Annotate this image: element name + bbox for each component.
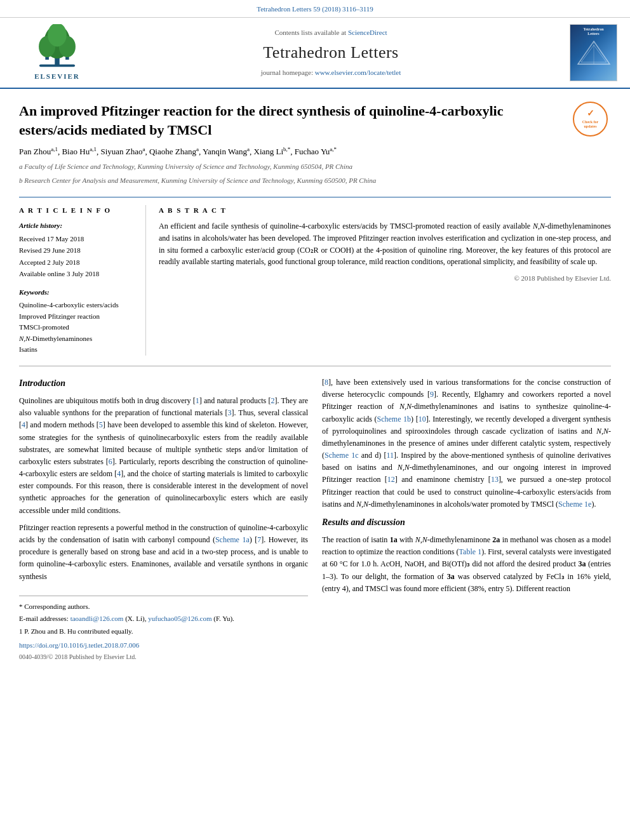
keyword-1: Quinoline-4-carboxylic esters/acids bbox=[19, 300, 136, 310]
scheme-1e-link[interactable]: Scheme 1e bbox=[558, 500, 591, 509]
ref-11-link[interactable]: 11 bbox=[386, 451, 394, 460]
affiliation-a: a Faculty of Life Science and Technology… bbox=[19, 162, 563, 171]
journal-citation: Tetrahedron Letters 59 (2018) 3116–3119 bbox=[257, 5, 373, 13]
ref-4b-link[interactable]: 4 bbox=[117, 469, 121, 478]
received-date: Received 17 May 2018 bbox=[19, 234, 136, 244]
introduction-heading: Introduction bbox=[19, 377, 308, 390]
journal-citation-bar: Tetrahedron Letters 59 (2018) 3116–3119 bbox=[0, 0, 630, 18]
article-area: An improved Pfitzinger reaction for the … bbox=[0, 89, 630, 674]
keywords-section: Keywords: Quinoline-4-carboxylic esters/… bbox=[19, 287, 136, 355]
journal-homepage: journal homepage: www.elsevier.com/locat… bbox=[102, 67, 560, 78]
article-info-heading: A R T I C L E I N F O bbox=[19, 205, 136, 216]
check-for-updates: ✓ Check for updates bbox=[573, 102, 611, 137]
intro-paragraph-1: Quinolines are ubiquitous motifs both in… bbox=[19, 395, 308, 517]
article-authors: Pan Zhoua,1, Biao Hua,1, Siyuan Zhaoa, Q… bbox=[19, 145, 563, 158]
left-body-col: Introduction Quinolines are ubiquitous m… bbox=[19, 377, 308, 662]
abstract-heading: A B S T R A C T bbox=[159, 205, 611, 216]
right-body-col: [8], have been extensively used in vario… bbox=[322, 377, 611, 662]
scheme-1a-link[interactable]: Scheme 1a bbox=[215, 535, 250, 544]
section-divider bbox=[19, 366, 611, 366]
scheme-1b-link[interactable]: Scheme 1b bbox=[377, 415, 411, 423]
ref-13-link[interactable]: 13 bbox=[491, 475, 499, 484]
ref-8-link[interactable]: 8 bbox=[325, 378, 328, 387]
available-date: Available online 3 July 2018 bbox=[19, 269, 136, 279]
scheme-1c-link[interactable]: Scheme 1c bbox=[325, 451, 359, 460]
cover-title: TetrahedronLetters bbox=[583, 27, 603, 36]
ref-6-link[interactable]: 6 bbox=[109, 457, 112, 466]
corresponding-label: * Corresponding authors. bbox=[19, 601, 308, 612]
footnote-area: * Corresponding authors. E-mail addresse… bbox=[19, 596, 308, 662]
keyword-3: TMSCl-promoted bbox=[19, 322, 136, 333]
journal-header: ELSEVIER Contents lists available at Sci… bbox=[0, 18, 630, 90]
doi-anchor[interactable]: https://doi.org/10.1016/j.tetlet.2018.07… bbox=[19, 641, 139, 649]
table-1-link[interactable]: Table 1 bbox=[459, 547, 482, 556]
keyword-5: Isatins bbox=[19, 344, 136, 355]
page-wrapper: Tetrahedron Letters 59 (2018) 3116–3119 … bbox=[0, 0, 630, 674]
ref-3-link[interactable]: 3 bbox=[228, 408, 232, 417]
elsevier-logo: ELSEVIER bbox=[13, 24, 102, 82]
results-paragraph-1: The reaction of isatin 1a with N,N-dimet… bbox=[322, 534, 611, 595]
keyword-4: N,N-Dimethylenaminones bbox=[19, 333, 136, 344]
article-info-col: A R T I C L E I N F O Article history: R… bbox=[19, 205, 146, 356]
ref-1-link[interactable]: 1 bbox=[196, 396, 199, 405]
journal-title: Tetrahedron Letters bbox=[102, 40, 560, 65]
intro-paragraph-2: Pfitzinger reaction represents a powerfu… bbox=[19, 522, 308, 583]
journal-cover: TetrahedronLetters bbox=[560, 24, 617, 81]
doi-link[interactable]: https://doi.org/10.1016/j.tetlet.2018.07… bbox=[19, 640, 308, 651]
ref-4-link[interactable]: 4 bbox=[22, 420, 25, 429]
body-two-col: Introduction Quinolines are ubiquitous m… bbox=[19, 377, 611, 662]
check-icon: ✓ bbox=[587, 109, 594, 119]
ref-5-link[interactable]: 5 bbox=[99, 420, 103, 429]
article-title: An improved Pfitzinger reaction for the … bbox=[19, 102, 563, 139]
ref-10-link[interactable]: 10 bbox=[419, 415, 426, 423]
footnote-1: 1 P. Zhou and B. Hu contributed equally. bbox=[19, 626, 308, 637]
journal-header-center: Contents lists available at ScienceDirec… bbox=[102, 27, 560, 78]
article-title-section: An improved Pfitzinger reaction for the … bbox=[19, 102, 611, 189]
revised-date: Revised 29 June 2018 bbox=[19, 245, 136, 256]
email1-link[interactable]: taoandli@126.com bbox=[70, 615, 124, 622]
svg-rect-7 bbox=[39, 64, 75, 67]
article-title-text: An improved Pfitzinger reaction for the … bbox=[19, 102, 563, 189]
elsevier-tree-icon bbox=[32, 24, 83, 69]
article-info-abstract: A R T I C L E I N F O Article history: R… bbox=[19, 197, 611, 356]
copyright-line: © 2018 Published by Elsevier Ltd. bbox=[159, 273, 611, 284]
article-abstract-col: A B S T R A C T An efficient and facile … bbox=[159, 205, 611, 356]
ref-7-link[interactable]: 7 bbox=[257, 535, 261, 544]
journal-cover-image: TetrahedronLetters bbox=[570, 24, 617, 81]
issn-line: 0040-4039/© 2018 Published by Elsevier L… bbox=[19, 652, 308, 662]
history-label: Article history: bbox=[19, 220, 136, 231]
right-paragraph-1: [8], have been extensively used in vario… bbox=[322, 377, 611, 510]
keywords-label: Keywords: bbox=[19, 287, 136, 298]
ref-12-link[interactable]: 12 bbox=[387, 475, 395, 484]
keyword-2: Improved Pfitzinger reaction bbox=[19, 311, 136, 322]
results-heading: Results and discussion bbox=[322, 516, 611, 529]
contents-available: Contents lists available at ScienceDirec… bbox=[102, 27, 560, 38]
elsevier-logo-area: ELSEVIER bbox=[13, 24, 102, 82]
sciencedirect-link[interactable]: ScienceDirect bbox=[348, 29, 387, 36]
email2-link[interactable]: yufuchao05@126.com bbox=[148, 615, 211, 622]
abstract-text: An efficient and facile synthesis of qui… bbox=[159, 220, 611, 267]
email-footnote: E-mail addresses: taoandli@126.com (X. L… bbox=[19, 613, 308, 624]
ref-2-link[interactable]: 2 bbox=[271, 396, 274, 405]
cover-decoration-icon bbox=[575, 40, 613, 65]
homepage-url[interactable]: www.elsevier.com/locate/tetlet bbox=[315, 69, 401, 76]
check-updates-badge: ✓ Check for updates bbox=[573, 102, 608, 137]
accepted-date: Accepted 2 July 2018 bbox=[19, 257, 136, 268]
elsevier-name: ELSEVIER bbox=[34, 71, 80, 82]
affiliation-b: b Research Center for Analysis and Measu… bbox=[19, 176, 563, 185]
ref-9-link[interactable]: 9 bbox=[430, 390, 434, 399]
